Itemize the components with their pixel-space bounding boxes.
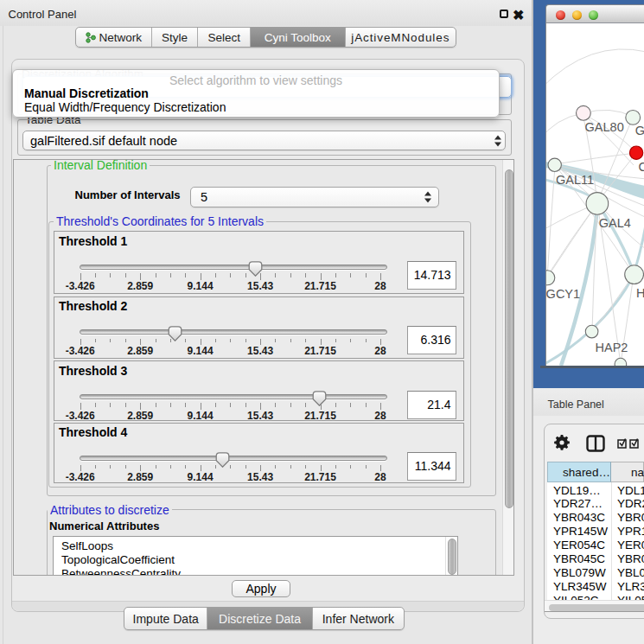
svg-text:HAP2: HAP2 (596, 341, 628, 354)
svg-text:CY: CY (639, 160, 644, 174)
svg-text:GA: GA (635, 124, 644, 137)
svg-text:GAL4: GAL4 (599, 216, 631, 230)
svg-text:HM: HM (636, 286, 644, 300)
svg-text:GCY1: GCY1 (546, 287, 580, 301)
svg-text:GAL11: GAL11 (556, 173, 594, 187)
svg-text:GAL80: GAL80 (585, 120, 624, 134)
